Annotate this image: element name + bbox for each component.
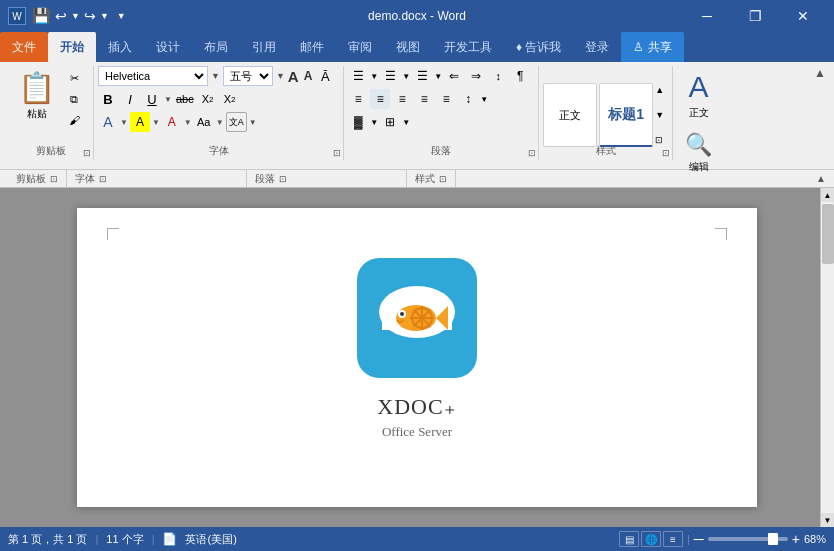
font-lang-button[interactable]: 文A: [226, 112, 247, 132]
language-label[interactable]: 英语(美国): [185, 532, 236, 547]
tab-tell[interactable]: ♦ 告诉我: [504, 32, 573, 62]
tab-mail[interactable]: 邮件: [288, 32, 336, 62]
tab-devtools[interactable]: 开发工具: [432, 32, 504, 62]
align-center-button[interactable]: ≡: [370, 89, 390, 109]
paragraph-expand-icon[interactable]: ⊡: [528, 148, 536, 158]
paste-button[interactable]: 📋 粘贴: [12, 66, 61, 125]
view-web-button[interactable]: 🌐: [641, 531, 661, 547]
styles-scroll-up[interactable]: ▲: [655, 85, 664, 95]
increase-indent-button[interactable]: ⇒: [466, 66, 486, 86]
zoom-slider[interactable]: [708, 537, 788, 541]
shading-button[interactable]: ▓: [348, 112, 368, 132]
tab-references[interactable]: 引用: [240, 32, 288, 62]
quick-access-more[interactable]: ▼: [113, 11, 126, 21]
share-button[interactable]: ♙ 共享: [621, 32, 683, 62]
styles-button[interactable]: A 正文: [681, 66, 717, 124]
line-spacing-button[interactable]: ↕: [458, 89, 478, 109]
underline-dropdown[interactable]: ▼: [164, 95, 172, 104]
scroll-down-button[interactable]: ▼: [821, 513, 835, 527]
bold-button[interactable]: B: [98, 89, 118, 109]
numbering-dropdown[interactable]: ▼: [402, 72, 410, 81]
font-grow-button[interactable]: A: [288, 68, 299, 85]
font-label-expand[interactable]: ⊡: [99, 174, 107, 184]
close-button[interactable]: ✕: [780, 0, 826, 32]
styles-expand-icon[interactable]: ⊡: [662, 148, 670, 158]
text-effect-button[interactable]: A: [98, 112, 118, 132]
subscript-button[interactable]: X2: [198, 89, 218, 109]
cut-button[interactable]: ✂: [63, 68, 85, 88]
font-color-button[interactable]: A: [162, 112, 182, 132]
highlight-button[interactable]: A: [130, 112, 150, 132]
zoom-percent[interactable]: 68%: [804, 533, 826, 545]
styles-scroll-down[interactable]: ▼: [655, 110, 664, 120]
font-family-select[interactable]: Helvetica: [98, 66, 208, 86]
undo-dropdown[interactable]: ▼: [71, 11, 80, 21]
decrease-indent-button[interactable]: ⇐: [444, 66, 464, 86]
tab-review[interactable]: 审阅: [336, 32, 384, 62]
font-size-expand[interactable]: ▼: [276, 71, 285, 81]
ribbon-collapse-button[interactable]: ▲: [814, 66, 826, 80]
undo-button[interactable]: ↩: [55, 8, 67, 24]
multilevel-dropdown[interactable]: ▼: [434, 72, 442, 81]
underline-button[interactable]: U: [142, 89, 162, 109]
font-family-expand[interactable]: ▼: [211, 71, 220, 81]
align-left-button[interactable]: ≡: [348, 89, 368, 109]
redo-dropdown[interactable]: ▼: [100, 11, 109, 21]
font-lang-dropdown[interactable]: ▼: [249, 118, 257, 127]
font-shrink-button[interactable]: A: [304, 69, 313, 83]
view-print-button[interactable]: ▤: [619, 531, 639, 547]
borders-button[interactable]: ⊞: [380, 112, 400, 132]
justify-button[interactable]: ≡: [414, 89, 434, 109]
line-spacing-dropdown[interactable]: ▼: [480, 95, 488, 104]
format-paint-button[interactable]: 🖌: [63, 110, 85, 130]
bullets-button[interactable]: ☰: [348, 66, 368, 86]
paragraph-label-expand[interactable]: ⊡: [279, 174, 287, 184]
copy-button[interactable]: ⧉: [63, 89, 85, 109]
strikethrough-button[interactable]: abc: [174, 89, 196, 109]
text-effect-dropdown[interactable]: ▼: [120, 118, 128, 127]
tab-home[interactable]: 开始: [48, 32, 96, 62]
tab-layout[interactable]: 布局: [192, 32, 240, 62]
redo-button[interactable]: ↪: [84, 8, 96, 24]
font-color-dropdown[interactable]: ▼: [184, 118, 192, 127]
zoom-thumb[interactable]: [768, 533, 778, 545]
tab-insert[interactable]: 插入: [96, 32, 144, 62]
clipboard-label-expand[interactable]: ⊡: [50, 174, 58, 184]
restore-button[interactable]: ❐: [732, 0, 778, 32]
italic-button[interactable]: I: [120, 89, 140, 109]
show-marks-button[interactable]: ¶: [510, 66, 530, 86]
styles-label-expand[interactable]: ⊡: [439, 174, 447, 184]
view-read-button[interactable]: ≡: [663, 531, 683, 547]
ribbon-right-arrow[interactable]: ▲: [816, 173, 826, 184]
tab-view[interactable]: 视图: [384, 32, 432, 62]
style-heading1[interactable]: 标题1: [599, 83, 653, 147]
align-right-button[interactable]: ≡: [392, 89, 412, 109]
minimize-button[interactable]: ─: [684, 0, 730, 32]
borders-dropdown[interactable]: ▼: [402, 118, 410, 127]
highlight-dropdown[interactable]: ▼: [152, 118, 160, 127]
multilevel-button[interactable]: ☰: [412, 66, 432, 86]
case-button[interactable]: Aa: [194, 112, 214, 132]
font-expand-icon[interactable]: ⊡: [333, 148, 341, 158]
clipboard-expand-icon[interactable]: ⊡: [83, 148, 91, 158]
distributed-button[interactable]: ≡: [436, 89, 456, 109]
save-button[interactable]: 💾: [32, 7, 51, 25]
case-dropdown[interactable]: ▼: [216, 118, 224, 127]
scroll-up-button[interactable]: ▲: [821, 188, 835, 202]
numbering-button[interactable]: ☰: [380, 66, 400, 86]
tab-file[interactable]: 文件: [0, 32, 48, 62]
superscript-button[interactable]: X2: [220, 89, 240, 109]
login-button[interactable]: 登录: [573, 32, 621, 62]
style-normal[interactable]: 正文: [543, 83, 597, 147]
font-clear-button[interactable]: Ā: [315, 66, 335, 86]
sort-button[interactable]: ↕: [488, 66, 508, 86]
page-corner-tl: [107, 228, 119, 240]
font-size-select[interactable]: 五号: [223, 66, 273, 86]
shading-dropdown[interactable]: ▼: [370, 118, 378, 127]
zoom-plus-button[interactable]: +: [792, 531, 800, 547]
bullets-dropdown[interactable]: ▼: [370, 72, 378, 81]
scrollbar-thumb[interactable]: [822, 204, 834, 264]
tab-design[interactable]: 设计: [144, 32, 192, 62]
editing-button[interactable]: 🔍 编辑: [677, 128, 720, 178]
zoom-minus-button[interactable]: ─: [694, 531, 704, 547]
